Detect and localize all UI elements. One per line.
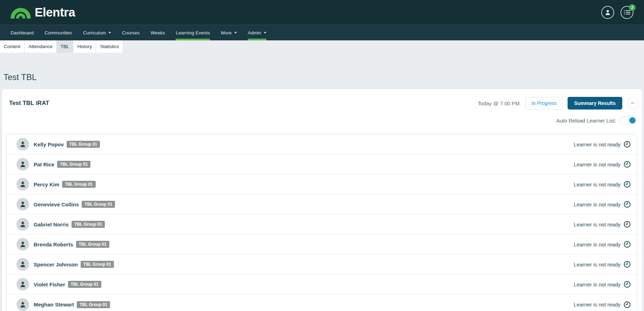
learner-status: Learner is not ready: [574, 282, 621, 287]
user-icon: [20, 161, 26, 167]
tab[interactable]: History: [73, 40, 96, 53]
learner-status: Learner is not ready: [574, 141, 621, 147]
group-badge: TBL Group 01: [72, 221, 105, 228]
nav-item[interactable]: Weeks: [150, 25, 165, 40]
auto-reload-toggle[interactable]: [619, 116, 637, 125]
group-badge: TBL Group 01: [81, 261, 114, 268]
nav-item[interactable]: More: [221, 25, 237, 40]
primary-nav: Dashboard Communities Curriculum Courses…: [0, 25, 644, 40]
avatar: [16, 158, 29, 171]
nav-item[interactable]: Admin: [248, 25, 266, 40]
avatar: [16, 258, 29, 271]
nav-item[interactable]: Dashboard: [11, 25, 34, 40]
user-icon: [20, 302, 26, 308]
user-icon: [605, 9, 610, 15]
irat-title: Test TBL iRAT: [9, 100, 49, 107]
learner-name: Spencer Johnson: [34, 262, 78, 267]
learner-name: Meghan Stewart: [34, 302, 74, 307]
avatar: [16, 278, 29, 291]
nav-item-label: Curriculum: [83, 30, 106, 35]
auto-reload-row: Auto Reload Learner List:: [2, 110, 642, 125]
event-tabbar: Content Attendance TBL History Statistic…: [0, 40, 644, 53]
group-badge: TBL Group 01: [77, 301, 110, 308]
tab[interactable]: TBL: [57, 40, 74, 53]
minus-icon: −: [631, 100, 635, 107]
auto-reload-label: Auto Reload Learner List:: [556, 118, 616, 124]
clock-icon[interactable]: [624, 241, 631, 248]
learner-name: Brenda Roberts: [34, 241, 73, 247]
page-title: Test TBL: [4, 72, 642, 82]
user-icon: [20, 181, 26, 187]
tab[interactable]: Statistics: [96, 40, 123, 53]
user-icon: [20, 261, 26, 267]
clock-icon[interactable]: [624, 181, 631, 188]
irat-card: Test TBL iRAT Today @ 7:00 PM In Progres…: [2, 89, 642, 311]
user-icon: [20, 241, 26, 247]
learner-list: Kelly Popov TBL Group 01 Learner is not …: [6, 134, 637, 311]
tab[interactable]: Content: [0, 40, 25, 53]
chevron-down-icon: [108, 32, 111, 34]
nav-item[interactable]: Curriculum: [83, 25, 111, 40]
clock-icon[interactable]: [624, 161, 631, 168]
chevron-down-icon: [234, 32, 237, 34]
in-progress-button[interactable]: In Progress: [525, 97, 563, 110]
avatar: [16, 298, 29, 311]
elentra-logo[interactable]: Elentra: [11, 5, 75, 19]
avatar: [16, 178, 29, 191]
clock-icon[interactable]: [624, 301, 631, 308]
learner-row: Pat Rice TBL Group 01 Learner is not rea…: [6, 154, 637, 174]
nav-item-label: Courses: [122, 30, 140, 35]
profile-button[interactable]: [601, 6, 614, 19]
user-icon: [20, 221, 26, 227]
learner-status: Learner is not ready: [574, 262, 621, 267]
group-badge: TBL Group 01: [62, 181, 95, 188]
learner-row: Kelly Popov TBL Group 01 Learner is not …: [6, 134, 637, 154]
user-icon: [20, 281, 26, 287]
chevron-down-icon: [264, 32, 266, 34]
toggle-knob: [629, 117, 636, 124]
clock-icon[interactable]: [624, 261, 631, 268]
tab-label: Content: [4, 44, 20, 49]
schedule-time: Today @ 7:00 PM: [478, 100, 520, 106]
learner-status: Learner is not ready: [574, 161, 621, 167]
collapse-button[interactable]: −: [627, 98, 638, 109]
irat-card-header: Test TBL iRAT Today @ 7:00 PM In Progres…: [2, 89, 642, 110]
user-icon: [20, 201, 26, 207]
tab[interactable]: Attendance: [25, 40, 56, 53]
learner-name: Pat Rice: [34, 161, 54, 167]
learner-row: Meghan Stewart TBL Group 01 Learner is n…: [6, 295, 637, 311]
clock-icon[interactable]: [624, 141, 631, 148]
clock-icon[interactable]: [624, 281, 631, 288]
elentra-arc-icon: [11, 6, 31, 19]
app-header: Elentra 2: [0, 0, 644, 25]
learner-row: Spencer Johnson TBL Group 01 Learner is …: [6, 254, 637, 274]
nav-item[interactable]: Communities: [45, 25, 72, 40]
tab-label: Attendance: [28, 44, 52, 49]
nav-item-label: Weeks: [150, 30, 165, 35]
clock-icon[interactable]: [624, 201, 631, 208]
avatar: [16, 138, 29, 151]
nav-item[interactable]: Courses: [122, 25, 140, 40]
avatar: [16, 238, 29, 251]
learner-status: Learner is not ready: [574, 221, 621, 227]
group-badge: TBL Group 01: [68, 281, 101, 288]
nav-item-label: Admin: [248, 30, 261, 35]
learner-name: Kelly Popov: [34, 141, 64, 147]
group-badge: TBL Group 01: [57, 161, 90, 168]
main-content: Test TBL Test TBL iRAT Today @ 7:00 PM I…: [0, 72, 644, 311]
queue-button[interactable]: 2: [621, 6, 633, 19]
tab-label: History: [77, 44, 92, 49]
summary-results-button[interactable]: Summary Results: [568, 97, 622, 110]
avatar: [16, 218, 29, 231]
learner-row: Brenda Roberts TBL Group 01 Learner is n…: [6, 234, 637, 254]
clock-icon[interactable]: [624, 221, 631, 228]
learner-name: Violet Fisher: [34, 282, 65, 287]
learner-name: Genevieve Collins: [34, 201, 79, 207]
tab-label: Statistics: [100, 44, 119, 49]
nav-item-label: Learning Events: [176, 30, 210, 35]
learner-status: Learner is not ready: [574, 201, 621, 207]
learner-row: Genevieve Collins TBL Group 01 Learner i…: [6, 194, 637, 214]
nav-item[interactable]: Learning Events: [176, 25, 210, 40]
nav-item-label: Communities: [45, 30, 72, 35]
learner-status: Learner is not ready: [574, 181, 621, 187]
